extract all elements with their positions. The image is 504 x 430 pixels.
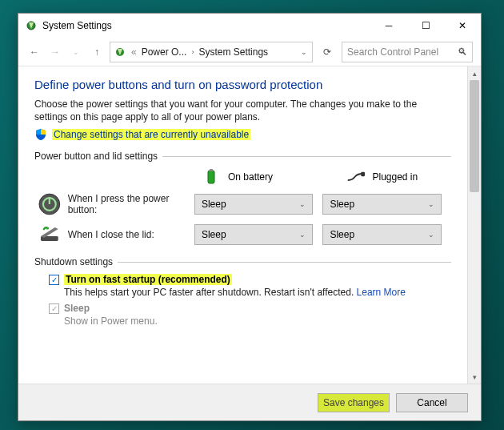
shield-icon: [34, 128, 47, 141]
back-button[interactable]: ←: [26, 46, 42, 58]
row-label: When I press the power button:: [68, 193, 194, 215]
window: System Settings ─ ☐ ✕ ← → ⌄ ↑ « Power O.…: [18, 13, 482, 421]
lid-battery-select[interactable]: Sleep⌄: [194, 224, 314, 245]
recent-dropdown[interactable]: ⌄: [68, 48, 84, 56]
scroll-thumb[interactable]: [470, 80, 479, 192]
folder-icon: [114, 46, 126, 58]
column-battery: On battery: [228, 171, 273, 183]
power-button-plugged-select[interactable]: Sleep⌄: [322, 194, 442, 215]
lid-icon: [38, 223, 62, 247]
sleep-description: Show in Power menu.: [64, 315, 451, 327]
minimize-button[interactable]: ─: [370, 14, 407, 38]
address-bar[interactable]: « Power O... › System Settings ⌄: [110, 42, 313, 62]
window-title: System Settings: [42, 20, 370, 31]
titlebar: System Settings ─ ☐ ✕: [18, 14, 481, 38]
nav-bar: ← → ⌄ ↑ « Power O... › System Settings ⌄…: [18, 38, 481, 66]
breadcrumb-item[interactable]: Power O...: [142, 46, 187, 58]
up-button[interactable]: ↑: [89, 46, 105, 58]
intro-text: Choose the power settings that you want …: [34, 98, 451, 123]
scroll-up-button[interactable]: ▴: [468, 66, 481, 80]
search-icon: 🔍︎: [458, 46, 467, 58]
group-title: Power button and lid settings: [34, 151, 451, 162]
battery-icon: [202, 168, 220, 186]
svg-rect-2: [208, 171, 214, 183]
search-input[interactable]: Search Control Panel 🔍︎: [342, 42, 473, 62]
chevron-down-icon[interactable]: ⌄: [299, 48, 309, 56]
forward-button: →: [47, 46, 63, 58]
chevron-right-icon: ›: [190, 48, 195, 56]
column-plugged: Plugged in: [373, 171, 418, 183]
svg-rect-4: [361, 172, 365, 177]
sleep-checkbox: ✓: [49, 303, 59, 314]
footer: Save changes Cancel: [18, 384, 481, 420]
scroll-track[interactable]: [468, 80, 481, 370]
breadcrumb-item[interactable]: System Settings: [198, 46, 268, 58]
save-button[interactable]: Save changes: [318, 393, 390, 412]
lid-plugged-select[interactable]: Sleep⌄: [322, 224, 442, 245]
refresh-button[interactable]: ⟳: [318, 46, 337, 58]
svg-rect-3: [210, 169, 213, 171]
content-area: Define power buttons and turn on passwor…: [18, 66, 467, 384]
sleep-label: Sleep: [64, 303, 90, 314]
cancel-button[interactable]: Cancel: [396, 393, 468, 412]
learn-more-link[interactable]: Learn More: [357, 287, 406, 298]
app-icon: [25, 19, 38, 32]
maximize-button[interactable]: ☐: [407, 14, 444, 38]
search-placeholder: Search Control Panel: [347, 46, 438, 58]
power-button-battery-select[interactable]: Sleep⌄: [194, 194, 314, 215]
close-button[interactable]: ✕: [444, 14, 481, 38]
chevron-down-icon: ⌄: [299, 200, 306, 208]
page-title: Define power buttons and turn on passwor…: [34, 78, 451, 91]
change-settings-label: Change settings that are currently unava…: [52, 129, 250, 140]
scrollbar[interactable]: ▴ ▾: [467, 66, 481, 384]
fast-startup-checkbox[interactable]: ✓: [49, 275, 59, 285]
chevron-down-icon: ⌄: [428, 231, 434, 239]
plug-icon: [347, 168, 365, 186]
fast-startup-description: This helps start your PC faster after sh…: [64, 287, 451, 298]
fast-startup-label: Turn on fast startup (recommended): [64, 274, 232, 285]
chevron-down-icon: ⌄: [428, 200, 434, 208]
change-settings-link[interactable]: Change settings that are currently unava…: [34, 128, 451, 141]
shutdown-group: Shutdown settings ✓ Turn on fast startup…: [34, 256, 451, 327]
power-button-icon: [38, 192, 62, 216]
scroll-down-button[interactable]: ▾: [468, 370, 481, 384]
chevron-down-icon: ⌄: [299, 231, 306, 239]
group-title: Shutdown settings: [34, 256, 451, 267]
power-button-group: Power button and lid settings On battery: [34, 151, 451, 247]
row-label: When I close the lid:: [68, 229, 194, 240]
